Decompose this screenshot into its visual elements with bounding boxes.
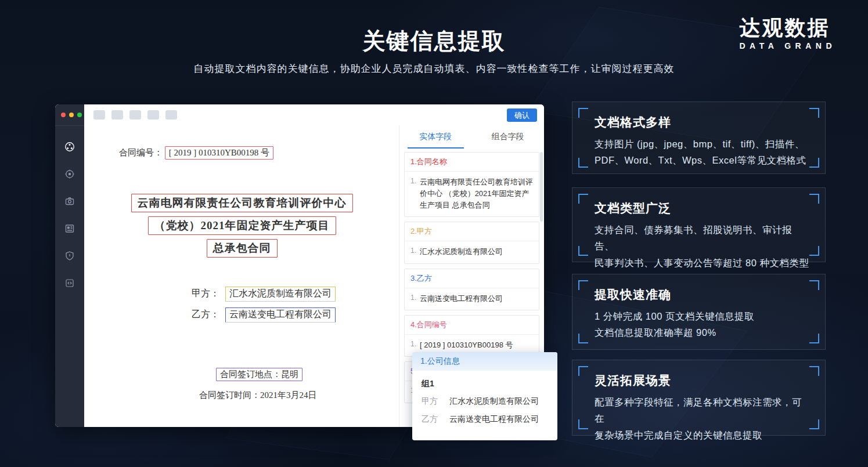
popup-row-value: 云南送变电工程有限公司 — [449, 414, 539, 425]
tab-entity-fields[interactable]: 实体字段 — [399, 125, 472, 149]
page: 关键信息提取 自动提取文档内容的关键信息，协助企业人员完成自动填表、内容一致性检… — [0, 0, 868, 467]
panel-tabs: 实体字段 组合字段 — [399, 125, 544, 149]
camera-icon[interactable] — [64, 196, 75, 207]
contract-number-line: 合同编号： [ 2019 ] 010310YB00198 号 — [119, 146, 273, 160]
row-text: 云南送变电工程有限公司 — [420, 293, 503, 305]
row-index: 1. — [410, 293, 416, 305]
popup-row-label: 乙方 — [422, 414, 449, 425]
contract-title-annotation[interactable]: （党校）2021年固定资产生产项目 — [148, 216, 336, 235]
toolbar-button-placeholder[interactable] — [111, 110, 123, 120]
popup-row-party-b: 乙方 云南送变电工程有限公司 — [422, 414, 548, 425]
contract-number-label: 合同编号： — [119, 148, 163, 157]
feature-line: 文档信息提取准确率超 90% — [595, 324, 811, 341]
bracket-corner-icon — [809, 366, 819, 376]
bracket-corner-icon — [809, 194, 819, 204]
field-label: 3.乙方 — [405, 269, 539, 288]
sign-time-line: 合同签订时间：2021年3月24日 — [199, 390, 317, 401]
confirm-button[interactable]: 确认 — [507, 108, 537, 122]
row-text: [ 2019 ] 010310YB00198 号 — [420, 339, 513, 351]
bracket-corner-icon — [809, 334, 819, 343]
bracket-corner-icon — [578, 246, 588, 256]
feature-line: 支持合同、债券募集书、招股说明书、审计报告、 — [595, 222, 811, 255]
feature-card-flexible-scenes: 灵活拓展场景 配置多种字段特征，满足各种文档标注需求，可在 复杂场景中完成自定义… — [572, 360, 826, 436]
close-window-button[interactable] — [61, 113, 66, 117]
bracket-corner-icon — [578, 194, 588, 204]
bracket-corner-icon — [809, 108, 819, 118]
network-cluster-icon[interactable] — [64, 141, 75, 153]
contract-title-block: 云南电网有限责任公司教育培训评价中心 （党校）2021年固定资产生产项目 总承包… — [102, 194, 382, 262]
bracket-corner-icon — [809, 246, 819, 256]
sign-time-label: 合同签订时间： — [199, 390, 260, 400]
field-value-row[interactable]: 1. 云南送变电工程有限公司 — [405, 288, 539, 310]
feature-line: 配置多种字段特征，满足各种文档标注需求，可在 — [595, 394, 811, 427]
panel-scrollbar[interactable] — [540, 152, 543, 222]
field-label: 1.合同名称 — [405, 153, 539, 172]
popup-row-label: 甲方 — [422, 396, 449, 407]
sign-time-value: 2021年3月24日 — [260, 390, 317, 400]
field-card-party-b: 3.乙方 1. 云南送变电工程有限公司 — [404, 269, 539, 310]
feature-title: 灵活拓展场景 — [595, 372, 825, 389]
bracket-corner-icon — [578, 158, 588, 168]
feature-card-formats: 文档格式多样 支持图片 (jpg、jpeg、bmp、tif、tiff)、扫描件、… — [572, 102, 826, 174]
toolbar-button-placeholder[interactable] — [147, 110, 159, 120]
field-value-row[interactable]: 1. 汇水水泥质制造有限公司 — [405, 241, 539, 263]
feature-line: 民事判决书、人事变动公告等超过 80 种文档类型 — [595, 255, 811, 271]
bracket-corner-icon — [578, 280, 588, 290]
gear-icon[interactable] — [64, 168, 75, 180]
bracket-corner-icon — [809, 158, 819, 168]
page-title: 关键信息提取 — [0, 26, 868, 57]
field-card-contract-name: 1.合同名称 1. 云南电网有限责任公司教育培训评价中心 （党校）2021年固定… — [404, 152, 539, 217]
code-box-icon[interactable] — [64, 277, 75, 289]
toolbar-button-placeholder[interactable] — [129, 110, 141, 120]
contract-title-annotation[interactable]: 总承包合同 — [207, 239, 278, 258]
popup-row-party-a: 甲方 汇水水泥质制造有限公司 — [422, 396, 548, 407]
field-label: 4.合同编号 — [405, 316, 539, 335]
feature-card-doc-types: 文档类型广泛 支持合同、债券募集书、招股说明书、审计报告、 民事判决书、人事变动… — [572, 187, 826, 262]
party-a-line: 甲方： 汇水水泥质制造有限公司 — [192, 287, 336, 302]
bracket-corner-icon — [809, 419, 819, 429]
bracket-corner-icon — [578, 366, 588, 376]
window-toolbar: 确认 — [84, 104, 544, 126]
row-text: 汇水水泥质制造有限公司 — [420, 246, 503, 258]
contract-title-annotation[interactable]: 云南电网有限责任公司教育培训评价中心 — [131, 194, 353, 212]
popup-header: 1.公司信息 — [412, 352, 557, 371]
feature-line: 复杂场景中完成自定义的关键信息提取 — [595, 427, 811, 443]
field-value-row[interactable]: 1. 云南电网有限责任公司教育培训评价中心 （党校）2021年固定资产生产项目 … — [405, 172, 539, 216]
window-sidebar — [55, 104, 84, 427]
maximize-window-button[interactable] — [77, 113, 82, 117]
window-controls — [55, 104, 84, 126]
party-b-label: 乙方： — [192, 309, 219, 319]
document-layout-icon[interactable] — [64, 223, 75, 234]
feature-title: 文档类型广泛 — [595, 200, 825, 216]
feature-title: 提取快速准确 — [595, 287, 825, 303]
toolbar-button-placeholder[interactable] — [165, 110, 177, 120]
party-b-annotation[interactable]: 云南送变电工程有限公司 — [225, 307, 336, 323]
company-info-popup: 1.公司信息 组1 甲方 汇水水泥质制造有限公司 乙方 云南送变电工程有限公司 — [412, 352, 557, 440]
bracket-corner-icon — [578, 108, 588, 118]
page-subtitle: 自动提取文档内容的关键信息，协助企业人员完成自动填表、内容一致性检查等工作，让审… — [0, 62, 868, 75]
bracket-corner-icon — [809, 280, 819, 290]
sign-place-annotation[interactable]: 合同签订地点：昆明 — [216, 368, 302, 381]
feature-line: PDF、Word、Txt、Wps、Excel等常见文档格式 — [595, 152, 811, 168]
shield-icon[interactable] — [64, 250, 75, 262]
contract-document: 合同编号： [ 2019 ] 010310YB00198 号 云南电网有限责任公… — [84, 125, 399, 427]
contract-number-annotation[interactable]: [ 2019 ] 010310YB00198 号 — [165, 146, 273, 160]
feature-title: 文档格式多样 — [595, 114, 825, 131]
tab-combined-fields[interactable]: 组合字段 — [472, 125, 545, 149]
brand-logo-en: DATA GRAND — [739, 41, 836, 50]
popup-body: 组1 甲方 汇水水泥质制造有限公司 乙方 云南送变电工程有限公司 — [412, 371, 557, 440]
sidebar-icon-column — [55, 126, 84, 289]
party-a-label: 甲方： — [192, 288, 219, 298]
toolbar-button-placeholder[interactable] — [93, 110, 105, 120]
sign-place-line: 合同签订地点：昆明 — [216, 368, 302, 381]
popup-row-value: 汇水水泥质制造有限公司 — [449, 396, 539, 407]
minimize-window-button[interactable] — [69, 113, 74, 117]
brand-logo-cn: 达观数据 — [739, 16, 836, 39]
popup-group-title: 组1 — [422, 379, 548, 389]
party-a-annotation[interactable]: 汇水水泥质制造有限公司 — [225, 287, 336, 302]
feature-card-speed-accuracy: 提取快速准确 1 分钟完成 100 页文档关键信息提取 文档信息提取准确率超 9… — [572, 274, 826, 350]
row-index: 1. — [410, 176, 416, 211]
brand-logo: 达观数据 DATA GRAND — [739, 16, 836, 50]
row-index: 1. — [410, 246, 416, 258]
bracket-corner-icon — [578, 334, 588, 343]
